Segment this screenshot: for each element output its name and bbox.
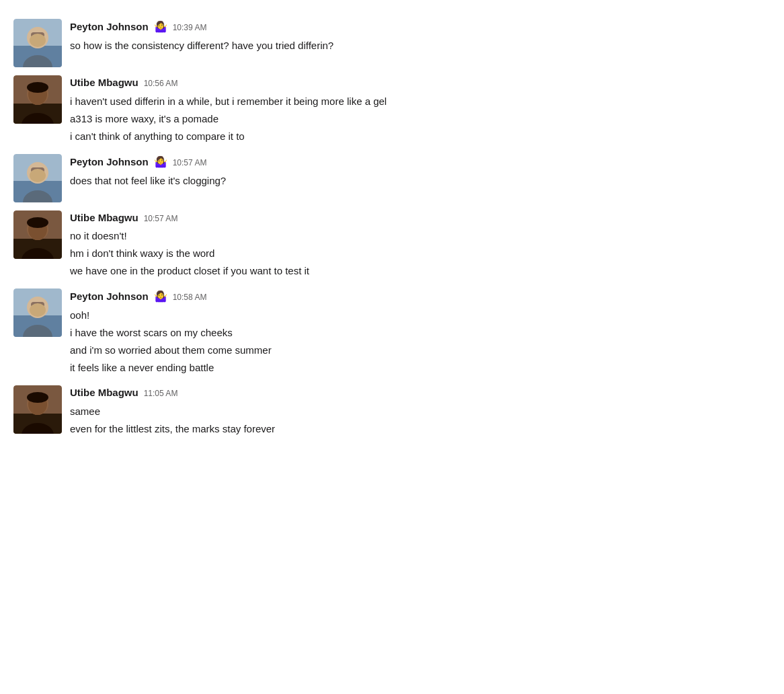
timestamp: 10:57 AM	[173, 157, 207, 169]
message-line: even for the littlest zits, the marks st…	[70, 421, 771, 437]
user-emoji: 🤷‍♀️	[154, 288, 167, 305]
message-line: so how is the consistency different? hav…	[70, 38, 771, 54]
message-line: no it doesn't!	[70, 228, 771, 244]
message-content: Peyton Johnson🤷‍♀️10:58 AMooh!i have the…	[70, 288, 771, 377]
svg-point-29	[30, 303, 46, 317]
svg-point-5	[30, 34, 46, 47]
message-line: and i'm so worried about them come summe…	[70, 342, 771, 358]
message-content: Peyton Johnson🤷‍♀️10:39 AMso how is the …	[70, 19, 771, 55]
message-header: Utibe Mbagwu11:05 AM	[70, 385, 771, 401]
message-line: hm i don't think waxy is the word	[70, 245, 771, 262]
timestamp: 11:05 AM	[144, 387, 178, 399]
message-content: Utibe Mbagwu11:05 AMsameeeven for the li…	[70, 385, 771, 438]
message-group: Peyton Johnson🤷‍♀️10:57 AMdoes that not …	[0, 149, 784, 205]
svg-point-23	[27, 217, 48, 228]
user-emoji: 🤷‍♀️	[154, 19, 167, 35]
username: Peyton Johnson	[70, 289, 149, 305]
user-emoji: 🤷‍♀️	[154, 154, 167, 170]
message-group: Utibe Mbagwu11:05 AMsameeeven for the li…	[0, 380, 784, 441]
message-group: Utibe Mbagwu10:57 AMno it doesn't!hm i d…	[0, 205, 784, 284]
avatar	[13, 385, 62, 434]
message-line: ooh!	[70, 307, 771, 323]
message-header: Peyton Johnson🤷‍♀️10:39 AM	[70, 19, 771, 35]
timestamp: 10:39 AM	[173, 22, 207, 34]
avatar	[13, 19, 62, 67]
svg-point-11	[27, 82, 48, 93]
message-line: a313 is more waxy, it's a pomade	[70, 111, 771, 127]
message-group: Peyton Johnson🤷‍♀️10:39 AMso how is the …	[0, 13, 784, 70]
message-content: Utibe Mbagwu10:57 AMno it doesn't!hm i d…	[70, 210, 771, 281]
username: Utibe Mbagwu	[70, 385, 139, 401]
avatar	[13, 288, 62, 337]
message-header: Utibe Mbagwu10:57 AM	[70, 210, 771, 226]
username: Utibe Mbagwu	[70, 75, 139, 91]
avatar	[13, 154, 62, 202]
avatar	[13, 75, 62, 124]
message-line: i haven't used differin in a while, but …	[70, 93, 771, 110]
message-group: Utibe Mbagwu10:56 AMi haven't used diffe…	[0, 70, 784, 149]
username: Utibe Mbagwu	[70, 210, 139, 226]
message-line: i can't think of anything to compare it …	[70, 128, 771, 145]
svg-point-35	[27, 392, 48, 403]
message-content: Peyton Johnson🤷‍♀️10:57 AMdoes that not …	[70, 154, 771, 190]
message-header: Peyton Johnson🤷‍♀️10:57 AM	[70, 154, 771, 170]
message-group: Peyton Johnson🤷‍♀️10:58 AMooh!i have the…	[0, 283, 784, 380]
message-header: Peyton Johnson🤷‍♀️10:58 AM	[70, 288, 771, 305]
message-line: we have one in the product closet if you…	[70, 263, 771, 279]
timestamp: 10:58 AM	[173, 291, 207, 303]
chat-container: Peyton Johnson🤷‍♀️10:39 AMso how is the …	[0, 13, 784, 441]
message-content: Utibe Mbagwu10:56 AMi haven't used diffe…	[70, 75, 771, 146]
message-line: i have the worst scars on my cheeks	[70, 325, 771, 341]
avatar	[13, 210, 62, 259]
message-header: Utibe Mbagwu10:56 AM	[70, 75, 771, 91]
svg-point-17	[30, 169, 46, 182]
timestamp: 10:56 AM	[144, 77, 178, 89]
message-line: it feels like a never ending battle	[70, 360, 771, 376]
username: Peyton Johnson	[70, 155, 149, 170]
message-line: samee	[70, 403, 771, 420]
username: Peyton Johnson	[70, 20, 149, 35]
timestamp: 10:57 AM	[144, 213, 178, 225]
message-line: does that not feel like it's clogging?	[70, 173, 771, 189]
